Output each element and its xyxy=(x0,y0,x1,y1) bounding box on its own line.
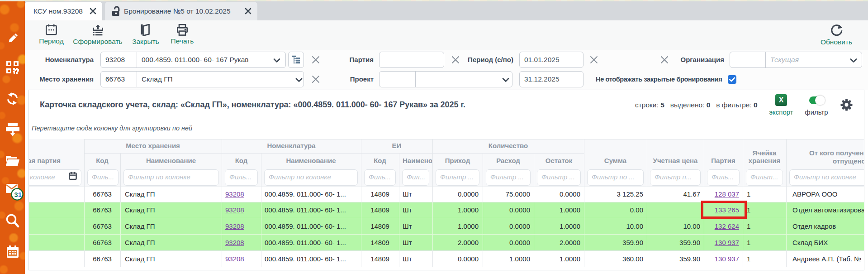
svg-text:3: 3 xyxy=(14,191,18,198)
svg-text:1: 1 xyxy=(18,191,22,198)
